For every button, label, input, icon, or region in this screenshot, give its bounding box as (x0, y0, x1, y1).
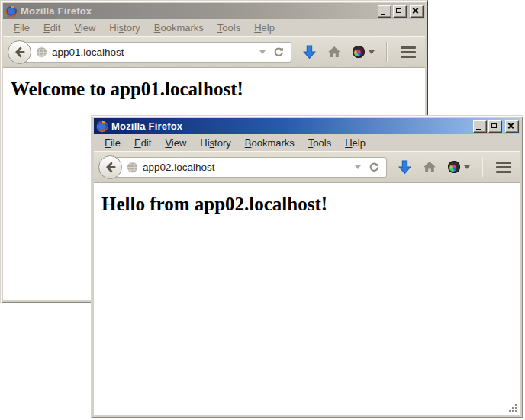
url-input[interactable] (143, 162, 350, 173)
menu-help[interactable]: Help (338, 135, 372, 151)
close-button[interactable] (410, 5, 424, 18)
minimize-button[interactable] (473, 120, 487, 133)
menu-bar: FileEditViewHistoryBookmarksToolsHelp (94, 134, 520, 151)
menu-view[interactable]: View (158, 135, 193, 151)
download-arrow-icon (398, 160, 411, 175)
hamburger-icon (401, 46, 416, 49)
firefox-logo-icon (96, 120, 108, 133)
close-icon (411, 6, 421, 15)
menu-file[interactable]: File (7, 20, 37, 36)
title-bar[interactable]: Mozilla Firefox (94, 118, 520, 134)
download-arrow-icon (303, 45, 316, 59)
menu-panel-button[interactable] (494, 159, 513, 176)
home-button[interactable] (423, 161, 436, 173)
url-bar[interactable] (109, 157, 387, 178)
downloads-button[interactable] (398, 160, 411, 175)
toolbar-separator (482, 157, 482, 177)
menu-bookmarks[interactable]: Bookmarks (238, 135, 301, 151)
url-bar[interactable] (18, 42, 291, 63)
toolbar-separator (386, 42, 387, 62)
title-bar[interactable]: Mozilla Firefox (3, 3, 425, 19)
addon-menu-button[interactable] (353, 46, 375, 58)
menu-file[interactable]: File (98, 135, 127, 151)
navigation-toolbar (3, 36, 425, 68)
minimize-icon (381, 14, 385, 15)
maximize-button[interactable] (488, 120, 502, 133)
close-button[interactable] (505, 120, 519, 133)
home-button[interactable] (327, 46, 341, 58)
page-heading: Welcome to app01.localhost! (11, 79, 425, 100)
page-content: Hello from app02.localhost! (94, 183, 520, 415)
site-identity-globe-icon[interactable] (36, 46, 47, 58)
back-button[interactable] (8, 40, 31, 64)
url-dropdown-icon[interactable] (259, 50, 266, 54)
site-identity-globe-icon[interactable] (127, 162, 138, 173)
home-icon (327, 46, 341, 58)
menu-view[interactable]: View (67, 20, 102, 36)
maximize-button[interactable] (393, 5, 407, 18)
maximize-icon (396, 8, 401, 13)
downloads-button[interactable] (303, 45, 316, 59)
addon-color-wheel-icon (353, 46, 365, 58)
menu-help[interactable]: Help (247, 20, 282, 36)
hamburger-icon (496, 162, 511, 164)
resize-grip[interactable] (507, 402, 517, 412)
window-title: Mozilla Firefox (111, 120, 472, 132)
home-icon (423, 161, 436, 173)
close-icon (506, 121, 517, 130)
page-heading: Hello from app02.localhost! (101, 194, 520, 215)
addon-caret-icon (464, 165, 470, 169)
menu-edit[interactable]: Edit (37, 20, 67, 36)
navigation-toolbar (94, 151, 520, 183)
minimize-button[interactable] (378, 5, 391, 18)
url-dropdown-icon[interactable] (355, 165, 361, 169)
url-input[interactable] (52, 46, 255, 58)
window-title: Mozilla Firefox (21, 5, 376, 17)
menu-history[interactable]: History (102, 20, 147, 36)
firefox-logo-icon (5, 5, 18, 18)
addon-caret-icon (369, 50, 375, 54)
menu-panel-button[interactable] (399, 43, 417, 61)
menu-tools[interactable]: Tools (301, 135, 338, 151)
reload-icon[interactable] (369, 162, 380, 173)
menu-tools[interactable]: Tools (211, 20, 247, 36)
maximize-icon (491, 123, 497, 128)
back-arrow-icon (104, 161, 117, 174)
back-button[interactable] (98, 155, 122, 179)
reload-icon[interactable] (273, 46, 285, 58)
menu-bookmarks[interactable]: Bookmarks (147, 20, 211, 36)
menu-history[interactable]: History (193, 135, 237, 151)
back-arrow-icon (13, 46, 26, 59)
menu-edit[interactable]: Edit (127, 135, 158, 151)
minimize-icon (476, 129, 481, 130)
addon-color-wheel-icon (448, 161, 460, 173)
menu-bar: FileEditViewHistoryBookmarksToolsHelp (3, 19, 425, 36)
addon-menu-button[interactable] (448, 161, 470, 173)
browser-window-app02: Mozilla Firefox FileEditViewHistoryBookm… (91, 115, 523, 418)
